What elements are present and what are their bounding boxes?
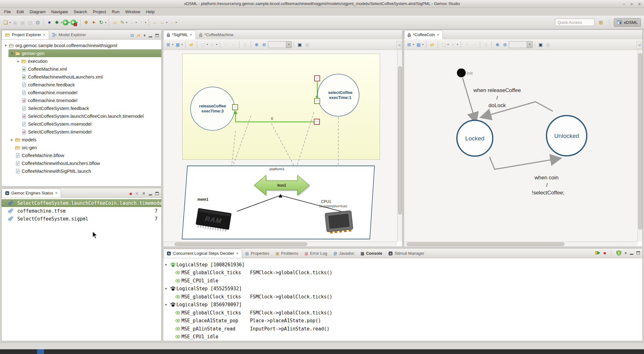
maximize-view-icon[interactable] <box>155 34 159 37</box>
logical-step-row[interactable]: ▼LogicalStep [455255932] <box>163 285 642 293</box>
tab-coffeecoin[interactable]: *CoffeeCoin ✕ <box>404 30 443 39</box>
tree-item[interactable]: ▶execution <box>2 57 161 65</box>
back-history-dropdown-icon[interactable]: ▾ <box>166 21 167 24</box>
collapse-palette-icon[interactable]: ◁ <box>636 41 642 49</box>
save-all-icon[interactable]: ▣ <box>19 19 26 26</box>
select-mode-icon[interactable]: ▦ <box>174 41 181 48</box>
edge-label[interactable]: 6 <box>271 117 273 121</box>
tree-item[interactable]: coffemachine.timemodel <box>2 96 161 104</box>
show-hide-icon[interactable]: ▫ <box>471 41 478 48</box>
tree-item[interactable]: coffemachine.msemodel <box>2 89 161 96</box>
minimize-window-icon[interactable]: – <box>623 1 625 7</box>
disconnect-icon[interactable]: ✕ <box>135 191 139 196</box>
tree-item[interactable]: CoffeeMachinewithoutLaunchers.bflow <box>2 159 161 167</box>
open-perspective-icon[interactable]: ⊞ <box>597 19 604 26</box>
zoom-level-combo[interactable] <box>509 41 527 48</box>
tree-item[interactable]: SelectCoffeeSystem.timemodel <box>2 128 161 136</box>
perspective-xdsml-button[interactable]: xDSML <box>614 18 641 27</box>
mse-row[interactable]: MSE_pA1inState_readInputPort->pA1inState… <box>163 325 642 333</box>
zoom-in-icon[interactable]: ⊕ <box>494 41 501 48</box>
diagram-background[interactable] <box>404 50 638 242</box>
collapsed-arrow-icon[interactable]: ▶ <box>16 60 21 63</box>
pin-elements-icon[interactable]: ▫ <box>222 41 229 48</box>
step-forward-icon[interactable] <box>595 251 601 255</box>
tree-item[interactable]: CoffeeMachine.xml <box>2 65 161 73</box>
tree-item[interactable]: CoffeeMachinewithoutLaunchers.xml <box>2 73 161 81</box>
toggle-mark-occurrences-dropdown-icon[interactable]: ▾ <box>126 21 127 24</box>
distribute-dropdown-icon[interactable]: ▾ <box>216 43 217 46</box>
tree-item[interactable]: SelectCoffeeSystem.launchCoffeeCoin.laun… <box>2 112 161 120</box>
next-annotation-dropdown-icon[interactable]: ▾ <box>136 21 137 24</box>
coffeecoin-canvas[interactable]: init when releaseCoffee / doLock Locked … <box>404 50 638 242</box>
tab-coffeemachine[interactable]: *CoffeeMachine <box>196 30 236 39</box>
mse-row[interactable]: MSE_CPU1_idle <box>163 277 642 285</box>
engine-row[interactable]: coffemachine.tfsm7 <box>2 207 161 215</box>
expanded-arrow-icon[interactable]: ▼ <box>165 263 169 266</box>
tree-item[interactable]: CoffeeMachine.bflow <box>2 151 161 159</box>
expanded-arrow-icon[interactable]: ▼ <box>165 287 169 290</box>
zoom-out-icon[interactable]: ⊖ <box>502 41 508 48</box>
distribute-icon[interactable]: ⋎ <box>450 41 457 48</box>
select-mode-dropdown-icon[interactable]: ▾ <box>181 43 183 46</box>
run-icon[interactable]: ▶ <box>63 19 69 25</box>
horizontal-scrollbar[interactable] <box>163 242 397 246</box>
close-tab-icon[interactable]: ✕ <box>437 33 439 36</box>
open-resource-icon[interactable]: ▱ <box>111 19 118 26</box>
close-tab-icon[interactable]: ✕ <box>236 252 238 255</box>
collapse-palette-icon[interactable]: ◁ <box>396 41 402 49</box>
zoom-level-combo[interactable] <box>268 41 286 48</box>
menu-edit[interactable]: Edit <box>14 8 27 15</box>
copy-appearance-dropdown-icon[interactable]: ▾ <box>207 43 208 46</box>
scrollbar-thumb[interactable] <box>398 66 402 215</box>
new-gemoc-project-icon[interactable]: ❖ <box>83 19 90 26</box>
engine-row[interactable]: SelectCoffeeSystem.launchCoffeeCoin.laun… <box>2 199 161 207</box>
tab-javadoc[interactable]: @Javadoc <box>330 249 358 258</box>
tab-model-explorer[interactable]: Model Explorer <box>49 30 89 39</box>
distribute-dropdown-icon[interactable]: ▾ <box>457 43 458 46</box>
close-window-icon[interactable]: × <box>638 1 641 7</box>
external-tools-icon[interactable]: ● <box>46 19 53 26</box>
engine-row[interactable]: SelectCoffeeSystem.sigpml7 <box>2 215 161 223</box>
arrange-all-dropdown-icon[interactable]: ▾ <box>172 43 173 46</box>
refresh-diagram-icon[interactable]: ⇄ <box>429 41 436 48</box>
search-icon[interactable]: ⊙ <box>34 19 41 26</box>
tree-item[interactable]: ▼org.gemoc.sample.bcool.coffeemachinewit… <box>2 41 161 49</box>
save-icon[interactable]: ▣ <box>12 19 19 26</box>
tree-item[interactable]: ▶models <box>2 136 161 144</box>
zoom-combo-dropdown-icon[interactable]: ▾ <box>286 41 292 48</box>
menu-navigate[interactable]: Navigate <box>48 8 71 15</box>
mse-row[interactable]: MSE_CPU1_idle <box>163 333 642 341</box>
dropdown-icon[interactable]: ▾ <box>625 251 627 255</box>
menu-window[interactable]: Window <box>122 8 143 15</box>
scrollbar-thumb[interactable] <box>175 242 307 246</box>
vertical-scrollbar[interactable] <box>637 50 642 242</box>
tab-sigpml[interactable]: *SigPML ✕ <box>163 30 196 39</box>
close-tab-icon[interactable]: ✕ <box>43 33 45 36</box>
maximize-view-icon[interactable] <box>155 192 159 195</box>
expanded-arrow-icon[interactable]: ▼ <box>165 303 169 306</box>
arrange-all-icon[interactable]: ⊞ <box>165 41 172 48</box>
cpu-chip-image[interactable] <box>325 210 353 233</box>
back-history-icon[interactable]: ← <box>159 19 166 26</box>
logical-step-row[interactable]: ▼LogicalStep [856970097] <box>163 301 642 309</box>
vertical-scrollbar[interactable] <box>397 50 402 242</box>
tab-concurrent-logical-steps-decider[interactable]: NConcurrent Logical Steps Decider✕ <box>163 249 242 258</box>
run-dropdown-icon[interactable]: ▾ <box>69 21 70 24</box>
minimize-view-icon[interactable] <box>149 34 152 37</box>
new-wizard-icon[interactable]: ❏ <box>2 19 9 26</box>
sigpml-canvas[interactable]: 6 releaseCoffee execTime:3 selectCoffee … <box>164 50 397 242</box>
transition-label[interactable]: when releaseCoffee <box>473 87 521 93</box>
menu-help[interactable]: Help <box>143 8 158 15</box>
menu-diagram[interactable]: Diagram <box>27 8 48 15</box>
zoom-combo-dropdown-icon[interactable]: ▾ <box>527 41 533 48</box>
tree-item[interactable]: SelectCoffeeSystem.feedback <box>2 104 161 112</box>
remove-all-stopped-icon[interactable]: ✕ <box>142 191 146 196</box>
last-edit-location-icon[interactable]: ← <box>151 19 158 26</box>
refresh-dropdown-icon[interactable]: ▾ <box>105 21 106 24</box>
shield-icon[interactable] <box>616 250 621 256</box>
forward-history-dropdown-icon[interactable]: ▾ <box>175 21 177 24</box>
menu-project[interactable]: Project <box>90 8 109 15</box>
print-icon[interactable]: ▤ <box>27 19 34 26</box>
export-image-icon[interactable]: ▣ <box>296 41 303 48</box>
export-image-icon[interactable]: ▣ <box>537 41 544 48</box>
